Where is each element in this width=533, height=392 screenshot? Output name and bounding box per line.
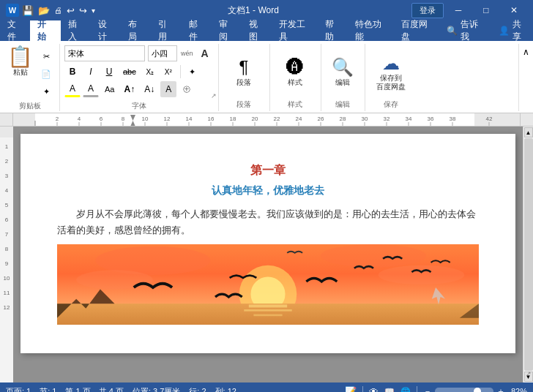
svg-text:30: 30	[362, 116, 368, 122]
menu-devtools[interactable]: 开发工具	[272, 20, 318, 41]
document-paragraph[interactable]: 岁月从不会厚此薄彼，每个人都要慢慢老去。我们应该做到的是：用心的去生活，用心的去…	[57, 206, 479, 238]
zoom-minus-button[interactable]: －	[423, 385, 432, 393]
menu-design[interactable]: 设计	[91, 20, 121, 41]
collapse-ribbon-button[interactable]: ∧	[518, 44, 533, 111]
font-format-row: B I U abc X₂ X² ✦	[64, 64, 214, 80]
size-down-button[interactable]: A↓	[141, 81, 158, 97]
font-group-label: 字体	[64, 99, 214, 111]
clipboard-expand-icon[interactable]: ↗	[526, 370, 532, 377]
style-group-label: 样式	[288, 99, 302, 111]
ruler-ticks: 2 4 6 8 10 12 14 16 18 20 22 24 26	[13, 113, 520, 126]
format-divider	[180, 65, 181, 78]
redo-quick-icon[interactable]: ↪	[79, 5, 87, 16]
save-baidu-button[interactable]: ☁ 保存到 百度网盘	[373, 50, 409, 94]
strikethrough-button[interactable]: abc	[119, 64, 140, 80]
menu-help[interactable]: 帮助	[318, 20, 348, 41]
style-button[interactable]: 🅐 样式	[283, 54, 307, 91]
format-painter-button[interactable]: ✦	[37, 83, 55, 99]
scroll-up-button[interactable]: ▲	[524, 127, 533, 137]
row-status: 行: 2	[189, 386, 206, 393]
login-button[interactable]: 登录	[411, 3, 444, 18]
edit-button[interactable]: 🔍 编辑	[329, 54, 357, 91]
scroll-thumb[interactable]	[524, 138, 533, 371]
print-quick-icon[interactable]: 🖨	[54, 6, 62, 15]
save-group-label: 保存	[384, 99, 398, 111]
paragraph-content: ¶ 段落	[234, 45, 254, 99]
svg-text:38: 38	[450, 116, 456, 122]
clear-format-button[interactable]: ✦	[184, 64, 201, 80]
svg-text:6: 6	[5, 216, 9, 223]
superscript-button[interactable]: X²	[160, 64, 176, 80]
document-page[interactable]: 第一章 认真地年轻，优雅地老去 岁月从不会厚此薄彼，每个人都要慢慢老去。我们应该…	[20, 134, 515, 353]
cut-button[interactable]: ✂	[37, 48, 55, 64]
font-expand-icon[interactable]: ↗	[211, 92, 217, 99]
bold-button[interactable]: B	[64, 64, 81, 80]
read-mode-icon[interactable]: 📖	[384, 387, 395, 393]
ruler: 2 4 6 8 10 12 14 16 18 20 22 24 26	[0, 113, 533, 127]
font-color-btn[interactable]: A	[196, 45, 214, 61]
menu-mailings[interactable]: 邮件	[182, 20, 212, 41]
svg-rect-46	[0, 127, 13, 382]
minimize-button[interactable]: ─	[445, 0, 471, 20]
menu-layout[interactable]: 布局	[121, 20, 151, 41]
edit-label: 编辑	[335, 78, 350, 88]
menu-file[interactable]: 文件	[0, 20, 30, 41]
char-bg-button[interactable]: A	[160, 81, 176, 97]
font-name-input[interactable]	[64, 45, 145, 61]
paragraph-button[interactable]: ¶ 段落	[234, 54, 254, 91]
copy-button[interactable]: 📄	[37, 66, 55, 82]
vertical-ruler: 1 2 3 4 5 6 7 8 9 10 11 12	[0, 127, 13, 382]
phonetic-button[interactable]: ㊉	[179, 81, 195, 97]
font-case-button[interactable]: Aa	[101, 81, 118, 97]
restore-button[interactable]: □	[473, 0, 499, 20]
menu-baidu[interactable]: 百度网盘	[394, 20, 440, 41]
share-label: 共享	[512, 18, 526, 43]
menu-special[interactable]: 特色功能	[348, 20, 394, 41]
paste-label: 粘贴	[13, 67, 28, 78]
zoom-thumb[interactable]	[474, 388, 481, 392]
italic-button[interactable]: I	[83, 64, 99, 80]
svg-rect-65	[244, 309, 291, 312]
paragraph-group: ¶ 段落 段落	[219, 44, 270, 111]
paste-button[interactable]: 📋 粘贴	[4, 45, 36, 79]
menu-references[interactable]: 引用	[151, 20, 181, 41]
tellme-label: 告诉我	[461, 18, 481, 43]
menu-insert[interactable]: 插入	[61, 20, 91, 41]
edit-mode-icon[interactable]: 📝	[345, 386, 357, 393]
font-color-button[interactable]: A	[83, 81, 99, 97]
clipboard-buttons: 📋 粘贴 ✂ 📄 ✦	[4, 45, 55, 99]
font-name-row: wén A	[64, 45, 214, 61]
save-content: ☁ 保存到 百度网盘	[373, 45, 409, 99]
chapter-title: 第一章	[57, 163, 479, 178]
size-up-button[interactable]: A↑	[120, 81, 138, 97]
close-button[interactable]: ✕	[501, 0, 527, 20]
paste-icon: 📋	[7, 47, 33, 67]
font-size-input[interactable]	[148, 45, 177, 61]
view-mode-icon[interactable]: 👁	[369, 386, 379, 393]
document-area: 第一章 认真地年轻，优雅地老去 岁月从不会厚此薄彼，每个人都要慢慢老去。我们应该…	[13, 127, 523, 382]
menu-review[interactable]: 审阅	[212, 20, 242, 41]
underline-button[interactable]: U	[101, 64, 117, 80]
customize-quick-icon[interactable]: ▾	[92, 7, 95, 15]
svg-text:8: 8	[5, 246, 9, 252]
web-layout-icon[interactable]: 🌐	[400, 387, 411, 393]
menu-home[interactable]: 开始	[30, 20, 60, 41]
save-quick-icon[interactable]: 💾	[22, 5, 34, 16]
zoom-slider[interactable]	[435, 388, 493, 392]
svg-text:7: 7	[5, 231, 9, 238]
menu-view[interactable]: 视图	[242, 20, 272, 41]
svg-text:20: 20	[252, 116, 258, 122]
open-quick-icon[interactable]: 📂	[38, 5, 50, 16]
svg-text:5: 5	[5, 202, 9, 208]
svg-point-69	[76, 271, 153, 290]
menu-tellme[interactable]: 🔍 告诉我 👤 共享	[439, 20, 533, 41]
vertical-scrollbar[interactable]: ▲ ▼	[523, 127, 533, 382]
style-icon: 🅐	[286, 57, 304, 78]
svg-text:22: 22	[274, 116, 280, 122]
svg-text:11: 11	[4, 290, 10, 296]
subscript-button[interactable]: X₂	[142, 64, 158, 80]
font-highlight-button[interactable]: A	[64, 81, 81, 97]
baidu-cloud-icon: ☁	[382, 53, 400, 74]
zoom-plus-button[interactable]: ＋	[496, 385, 505, 393]
undo-quick-icon[interactable]: ↩	[67, 5, 75, 16]
